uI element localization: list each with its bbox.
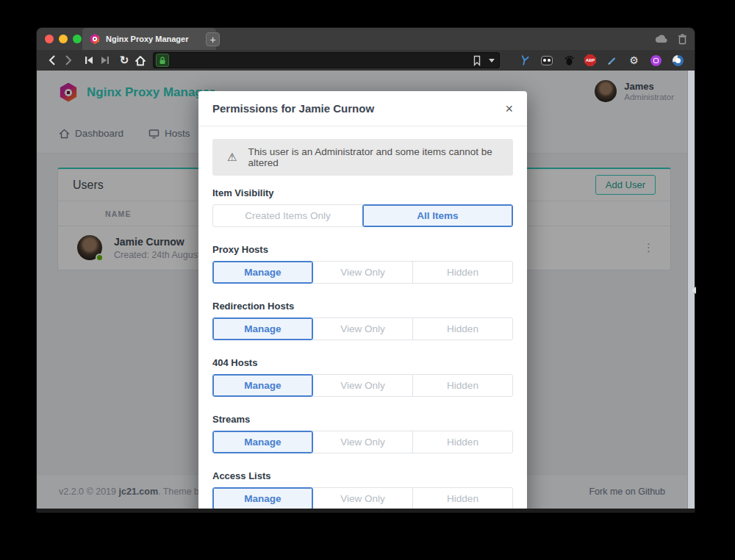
browser-tab[interactable]: Nginx Proxy Manager <box>82 28 216 50</box>
new-tab-button[interactable]: + <box>206 32 220 46</box>
permissions-modal: Permissions for Jamie Curnow × ⚠ This us… <box>198 91 527 509</box>
extension-gauge-icon[interactable] <box>672 54 684 67</box>
access-lists-buttons: Manage View Only Hidden <box>212 487 513 509</box>
streams-hidden[interactable]: Hidden <box>412 431 513 453</box>
close-window-button[interactable] <box>45 35 54 43</box>
404-hosts-hidden[interactable]: Hidden <box>412 374 513 397</box>
item-visibility-buttons: Created Items Only All Items <box>212 204 513 227</box>
group-label-item-visibility: Item Visibility <box>212 187 513 198</box>
404-hosts-buttons: Manage View Only Hidden <box>212 374 513 397</box>
group-label-streams: Streams <box>212 414 513 425</box>
redirection-hosts-buttons: Manage View Only Hidden <box>212 317 513 340</box>
browser-viewport: Nginx Proxy Manager James Administrator … <box>37 71 695 509</box>
bookmark-dropdown-icon[interactable] <box>489 59 495 62</box>
browser-window: Nginx Proxy Manager + <box>37 28 695 512</box>
extension-settings-gear-icon[interactable]: ⚙ <box>628 54 640 67</box>
extension-bar: ABP ⚙ <box>518 54 687 67</box>
redirection-hosts-manage[interactable]: Manage <box>212 317 313 340</box>
extension-goggles-icon[interactable] <box>540 54 553 67</box>
extension-purple-orb-icon[interactable] <box>650 54 662 67</box>
streams-view-only[interactable]: View Only <box>312 431 413 453</box>
proxy-hosts-hidden[interactable]: Hidden <box>412 261 513 284</box>
browser-tab-bar: Nginx Proxy Manager + <box>37 28 695 50</box>
extension-fork-icon[interactable] <box>518 54 531 67</box>
404-hosts-manage[interactable]: Manage <box>212 374 313 397</box>
desktop: Nginx Proxy Manager + <box>0 0 735 560</box>
group-label-redirection-hosts: Redirection Hosts <box>212 301 513 312</box>
bookmark-icon[interactable] <box>473 55 481 66</box>
tab-favicon-icon <box>90 34 100 44</box>
home-icon[interactable] <box>132 52 148 68</box>
tab-title: Nginx Proxy Manager <box>106 35 188 43</box>
extension-adblock-plus-icon[interactable]: ABP <box>584 54 596 66</box>
window-controls <box>45 35 82 43</box>
redirection-hosts-hidden[interactable]: Hidden <box>412 317 513 340</box>
admin-alert: ⚠ This user is an Administrator and some… <box>212 139 513 176</box>
group-label-access-lists: Access Lists <box>212 470 513 481</box>
proxy-hosts-buttons: Manage View Only Hidden <box>212 261 513 284</box>
panel-toggle-arrow-icon[interactable] <box>692 287 696 294</box>
extension-gnome-foot-icon[interactable] <box>562 54 575 67</box>
maximize-window-button[interactable] <box>73 35 82 43</box>
proxy-hosts-view-only[interactable]: View Only <box>312 261 413 284</box>
reload-icon[interactable]: ↻ <box>116 52 132 68</box>
rewind-icon[interactable] <box>81 52 97 68</box>
warning-icon: ⚠ <box>227 151 237 164</box>
group-label-proxy-hosts: Proxy Hosts <box>212 244 513 255</box>
close-icon[interactable]: × <box>505 102 513 115</box>
modal-title: Permissions for Jamie Curnow <box>212 102 374 115</box>
proxy-hosts-manage[interactable]: Manage <box>212 261 313 284</box>
back-icon[interactable] <box>44 52 60 68</box>
streams-buttons: Manage View Only Hidden <box>212 431 513 453</box>
fast-forward-icon[interactable] <box>97 52 113 68</box>
window-frame-bottom <box>37 509 695 512</box>
group-label-404-hosts: 404 Hosts <box>212 357 513 368</box>
option-created-items-only[interactable]: Created Items Only <box>212 204 363 227</box>
secure-lock-icon[interactable] <box>156 54 169 67</box>
option-all-items[interactable]: All Items <box>362 204 513 227</box>
streams-manage[interactable]: Manage <box>212 431 313 453</box>
access-lists-hidden[interactable]: Hidden <box>412 487 513 509</box>
access-lists-view-only[interactable]: View Only <box>312 487 413 509</box>
redirection-hosts-view-only[interactable]: View Only <box>312 317 413 340</box>
404-hosts-view-only[interactable]: View Only <box>312 374 413 397</box>
synced-tabs-cloud-icon[interactable] <box>654 35 667 43</box>
closed-tabs-trash-icon[interactable] <box>678 34 687 45</box>
extension-pen-icon[interactable] <box>606 54 618 67</box>
address-bar[interactable] <box>153 52 500 68</box>
access-lists-manage[interactable]: Manage <box>212 487 313 509</box>
forward-icon[interactable] <box>60 52 76 68</box>
admin-alert-text: This user is an Administrator and some i… <box>248 146 498 168</box>
minimize-window-button[interactable] <box>59 35 68 43</box>
browser-toolbar: ↻ <box>37 50 695 71</box>
